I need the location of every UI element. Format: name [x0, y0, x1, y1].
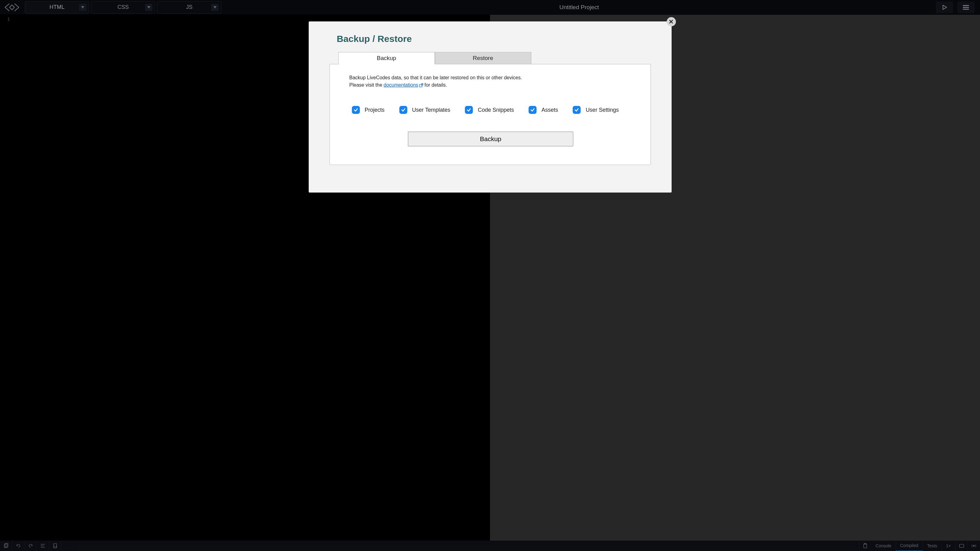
checkbox-box — [352, 106, 360, 114]
backup-description-2: Please visit the documentations for deta… — [350, 81, 632, 89]
close-button[interactable]: ✕ — [667, 17, 676, 26]
checkbox-user-templates[interactable]: User Templates — [399, 106, 450, 114]
backup-panel: Backup LiveCodes data, so that it can be… — [329, 64, 651, 165]
modal-tabstrip: Backup Restore — [309, 52, 671, 64]
desc2-pre: Please visit the — [350, 83, 384, 87]
modal-title: Backup / Restore — [309, 21, 671, 52]
checkbox-user-settings[interactable]: User Settings — [573, 106, 619, 114]
checkbox-box — [465, 106, 473, 114]
checkbox-label: Assets — [541, 107, 558, 113]
checkbox-box — [573, 106, 581, 114]
checkbox-label: User Templates — [412, 107, 450, 113]
checkbox-label: Projects — [365, 107, 385, 113]
modal-overlay: ✕ Backup / Restore Backup Restore Backup… — [0, 0, 980, 551]
backup-checkbox-row: Projects User Templates Code Snippets As… — [350, 106, 632, 114]
backup-restore-modal: ✕ Backup / Restore Backup Restore Backup… — [309, 21, 671, 192]
tab-restore-label: Restore — [473, 55, 493, 62]
external-link-icon — [419, 82, 423, 89]
backup-button-label: Backup — [480, 135, 501, 142]
backup-button[interactable]: Backup — [408, 132, 573, 146]
checkbox-code-snippets[interactable]: Code Snippets — [465, 106, 514, 114]
tab-restore[interactable]: Restore — [435, 52, 531, 64]
checkbox-box — [399, 106, 407, 114]
close-icon: ✕ — [668, 18, 674, 25]
checkbox-label: User Settings — [585, 107, 619, 113]
checkbox-label: Code Snippets — [478, 107, 514, 113]
documentations-link-text: documentations — [384, 83, 418, 87]
backup-description-1: Backup LiveCodes data, so that it can be… — [350, 74, 632, 81]
tab-backup[interactable]: Backup — [339, 52, 435, 64]
checkbox-assets[interactable]: Assets — [528, 106, 558, 114]
desc2-post: for details. — [423, 83, 447, 87]
tab-backup-label: Backup — [377, 55, 396, 62]
checkbox-box — [528, 106, 536, 114]
documentations-link[interactable]: documentations — [384, 83, 423, 87]
checkbox-projects[interactable]: Projects — [352, 106, 385, 114]
